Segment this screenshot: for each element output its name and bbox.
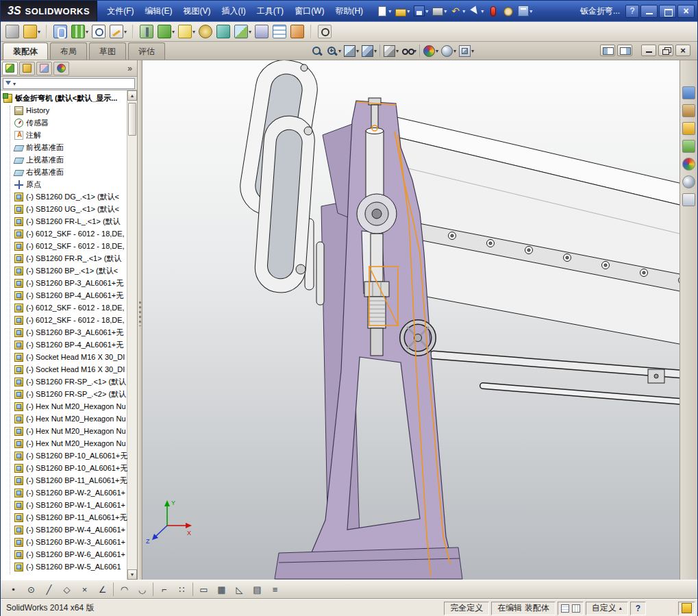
minimize-button[interactable] [640,5,658,18]
tree-item[interactable]: (-) SB1260 DG_.<1> (默认< [1,190,127,203]
tree-item[interactable]: (-) SB1260 BP-W-1_AL6061+ [1,499,127,511]
separator[interactable] [192,582,193,596]
tree-item[interactable]: (-) 6012_SKF - 6012 - 18,DE, [1,301,127,314]
tree-item[interactable]: (-) SB1260 FR-SP_.<2> (默认 [1,388,127,400]
file-properties-icon[interactable]: ▾ [516,5,534,17]
sketch-point-icon[interactable]: • [6,582,21,597]
bill-of-materials-icon[interactable] [271,23,288,40]
separator[interactable] [113,582,114,596]
close-button[interactable]: × [677,5,695,18]
tree-item[interactable]: 原点 [1,178,127,190]
tree-item[interactable]: (-) SB1260 BP-11_AL6061+无 [1,474,127,486]
tree-item[interactable]: (-) SB1260 BP-10_AL6061+无 [1,449,127,462]
sketch-grid-icon[interactable]: ▦ [214,582,229,597]
tree-item[interactable]: (-) Hex Nut M20_Hexagon Nu [1,437,127,449]
custom-properties-icon[interactable] [682,193,695,206]
tree-item[interactable]: (-) SB1260 BP-W-2_AL6061+ [1,486,127,499]
model-view[interactable]: Y X Z [142,60,680,580]
sketch-section-icon[interactable]: ▤ [250,582,264,597]
sketch-pattern-icon[interactable]: ∷ [175,582,189,597]
tree-scrollbar[interactable]: ▲ ▼ [127,90,137,580]
base-plate[interactable] [275,547,462,579]
tree-item[interactable]: (-) Hex Nut M20_Hexagon Nu [1,412,127,425]
file-explorer-icon[interactable] [682,122,695,135]
apply-scene-icon[interactable]: ▾ [440,45,457,58]
tree-item[interactable]: 钣金折弯机 (默认<默认_显示... [1,92,127,104]
sheet-icon[interactable] [561,604,569,613]
tree-filter-input[interactable]: ▾ [3,78,135,89]
status-help-button[interactable]: ? [630,602,646,615]
separator[interactable] [307,23,316,40]
grid-icon[interactable] [572,604,580,613]
scroll-up-button[interactable]: ▲ [127,90,137,101]
displaymanager-tab[interactable] [53,62,69,75]
sketch-line-icon[interactable]: ╱ [42,582,56,597]
options-icon[interactable] [502,5,515,17]
view-settings-icon[interactable]: ▾ [458,45,475,58]
move-component-icon[interactable]: ▾ [156,23,176,40]
appearances-icon[interactable] [682,158,695,171]
display-style-icon[interactable]: ▾ [383,45,399,58]
edit-component-icon[interactable] [4,23,21,40]
scroll-down-button[interactable]: ▼ [127,569,137,580]
custom-menu[interactable]: 自定义 ▴ [586,602,628,615]
tree-item[interactable]: (-) SB1260 BP-W-3_AL6061+ [1,536,127,548]
help-button[interactable]: ? [625,5,639,18]
exploded-view-icon[interactable] [289,23,306,40]
assembly-features-icon[interactable] [215,23,232,40]
sketch-chamfer-icon[interactable]: ◺ [232,582,247,597]
menu-item[interactable]: 帮助(H) [329,1,369,21]
section-view-icon[interactable]: ▾ [343,45,360,58]
separator[interactable] [153,582,153,596]
tree-item[interactable]: (-) SB1260 UG_.<1> (默认< [1,203,127,215]
new-motion-study-icon[interactable] [253,23,271,40]
menu-item[interactable]: 插入(I) [216,1,251,21]
sketch-table-icon[interactable]: ≡ [268,582,282,597]
rebuild-stop-icon[interactable] [486,5,501,17]
sketch-trim-icon[interactable]: × [77,582,92,597]
tree-item[interactable]: (-) SB1260 BP-3_AL6061+无 [1,277,127,289]
tree-item[interactable]: 上视基准面 [1,153,127,166]
doc-minimize-button[interactable] [641,45,656,56]
tree-item[interactable]: (-) 6012_SKF - 6012 - 18,DE, [1,314,127,326]
linear-component-pattern-icon[interactable]: ▾ [70,23,90,40]
tree-item[interactable]: (-) SB1260 BP-W-6_AL6061+ [1,548,127,560]
open-icon[interactable]: ▾ [394,5,411,17]
menu-item[interactable]: 窗口(W) [289,1,329,21]
tree-item[interactable]: 注解 [1,129,127,141]
menu-item[interactable]: 视图(V) [177,1,216,21]
solidworks-resources-icon[interactable] [682,86,695,99]
design-library-icon[interactable] [682,104,695,117]
view-palette-icon[interactable] [682,140,695,153]
smart-fasteners-icon[interactable] [138,23,155,40]
maximize-button[interactable] [659,5,676,18]
menu-item[interactable]: 编辑(E) [139,1,177,21]
tree-item[interactable]: 前视基准面 [1,141,127,153]
print-icon[interactable]: ▾ [431,5,448,16]
command-tab[interactable]: 装配体 [3,42,48,60]
configurationmanager-tab[interactable] [36,62,52,75]
tree-item[interactable]: (-) SB1260 BP-10_AL6061+无 [1,462,127,474]
sketch-arc-icon[interactable]: ◠ [117,582,132,597]
sketch-slot-icon[interactable]: ▭ [197,582,211,597]
command-tab[interactable]: 布局 [50,42,87,60]
select-cursor-icon[interactable]: ▾ [468,5,485,17]
hide-show-items-icon[interactable]: ▾ [401,45,417,58]
undo-icon[interactable]: ▾ [449,5,466,17]
new-document-icon[interactable]: ▾ [375,5,392,17]
tree-item[interactable]: (-) Hex Nut M20_Hexagon Nu [1,400,127,412]
sketch-circle-icon[interactable]: ⊙ [24,582,38,597]
sketch-polygon-icon[interactable]: ◇ [60,582,74,597]
tree-item[interactable]: (-) SB1260 BP-4_AL6061+无 [1,289,127,301]
scrollbar-thumb[interactable] [128,103,136,136]
assembly-settings-icon[interactable] [197,23,214,40]
tree-item[interactable]: (-) SB1260 BP-W-4_AL6061+ [1,523,127,536]
smart-components-icon[interactable]: ▾ [177,23,197,40]
propertymanager-tab[interactable] [19,62,35,75]
tree-item[interactable]: (-) 6012_SKF - 6012 - 18,DE, [1,240,127,252]
view-orientation-icon[interactable]: ▾ [361,45,377,58]
graphics-viewport[interactable]: Y X Z [142,60,680,580]
menu-item[interactable]: 工具(T) [251,1,289,21]
tree-item[interactable]: (-) SB1260 BP-4_AL6061+无 [1,338,127,351]
tree-item[interactable]: (-) SB1260 BP-W-5_AL6061 [1,560,127,573]
